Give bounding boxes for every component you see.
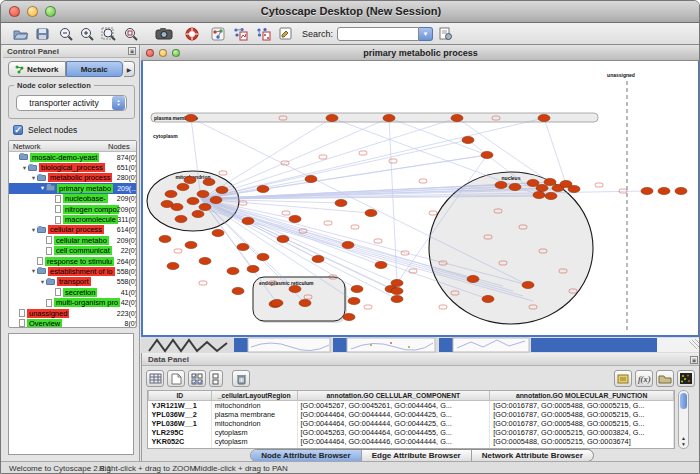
unselect-attributes-icon[interactable] [209,370,223,387]
network-node[interactable] [237,243,249,250]
layout-a-icon[interactable] [233,25,248,43]
search-dropdown-icon[interactable]: ▼ [419,27,433,41]
network-node[interactable] [342,241,354,248]
table-row[interactable]: YPL036W__2plasma membrane[GO:0044464, GO… [149,410,674,419]
vizmapper-icon[interactable] [211,25,225,43]
network-node[interactable] [199,257,211,264]
zoom-in-icon[interactable] [80,25,95,43]
tree-expand-icon[interactable]: ▼ [30,175,37,181]
tabs-overflow-icon[interactable]: ▶ [124,61,135,77]
new-attribute-icon[interactable] [167,370,185,387]
open-session-icon[interactable] [13,25,28,43]
network-node[interactable] [348,297,360,304]
network-node[interactable] [462,136,474,143]
network-node[interactable] [167,262,179,269]
table-column-header[interactable]: ID [149,391,212,400]
table-scrollbar[interactable]: ▲▼ [678,390,689,449]
network-node[interactable] [495,181,507,188]
network-node[interactable] [481,151,493,158]
delete-attribute-icon[interactable] [232,370,250,387]
tree-expand-icon[interactable]: ▼ [39,185,46,191]
network-node[interactable] [257,253,269,260]
network-node[interactable] [391,287,403,294]
tab-edge-attribute-browser[interactable]: Edge Attribute Browser [361,450,471,461]
network-node[interactable] [289,285,301,292]
network-node[interactable] [365,209,377,216]
network-overview-panel[interactable] [8,333,134,455]
network-node[interactable] [203,178,215,185]
network-node[interactable] [299,299,311,306]
network-node[interactable] [197,190,209,197]
tree-row[interactable]: mosaic-demo-yeast874(0) [9,152,136,162]
network-node[interactable] [343,313,355,320]
scrollbar-thumb[interactable] [680,393,687,409]
network-node[interactable] [538,114,550,121]
tree-row[interactable]: ▼primary metabo209(... [9,183,136,193]
network-node[interactable] [312,255,324,262]
network-node[interactable] [305,175,317,182]
network-node[interactable] [536,184,548,191]
table-row[interactable]: YPL036W__1mitochondrion[GO:0044464, GO:0… [149,419,674,428]
matrix-icon[interactable] [677,370,695,387]
node-color-dropdown[interactable]: transporter activity ▲▼ [16,95,127,111]
network-node[interactable] [482,295,494,302]
select-nodes-checkbox[interactable]: ✓ [13,125,23,135]
tree-row[interactable]: cellular metabo209(0) [9,235,136,245]
tree-row[interactable]: ▼metabolic process280(0) [9,173,136,183]
network-node[interactable] [451,114,463,121]
tab-network-attribute-browser[interactable]: Network Attribute Browser [471,450,593,461]
network-node[interactable] [641,187,653,194]
search-input[interactable] [337,27,419,41]
network-node[interactable] [177,183,189,190]
network-node[interactable] [212,229,224,236]
tab-mosaic[interactable]: Mosaic [66,61,124,77]
network-node[interactable] [351,285,363,292]
network-node[interactable] [383,114,395,121]
save-session-icon[interactable] [36,25,49,43]
tree-row[interactable]: ▼establishment of lo558(0) [9,266,136,276]
network-node[interactable] [161,200,173,207]
tree-expand-icon[interactable]: ▼ [21,165,28,171]
tree-row[interactable]: nitrogen compo209(0) [9,204,136,214]
network-node[interactable] [185,241,197,248]
network-node[interactable] [232,287,244,294]
table-row[interactable]: YJR121W__1mitochondrion[GO:0045267, GO:0… [149,400,674,410]
tree-row[interactable]: multi-organism pro42(0) [9,297,136,307]
tree-expand-icon[interactable]: ▼ [30,268,37,274]
tree-row[interactable]: ▼transport558(0) [9,277,136,287]
tree-row[interactable]: unassigned223(0) [9,308,136,318]
data-panel-float-icon[interactable]: ▣ [690,356,698,364]
panel-float-icon[interactable]: ▣ [128,47,136,55]
label-icon[interactable] [614,370,632,387]
table-row[interactable]: YKR052Ccytoplasm[GO:0044464, GO:0044446,… [149,437,674,446]
network-node[interactable] [247,265,259,272]
network-node[interactable] [675,187,687,194]
tree-row[interactable]: ▼biological_process651(0) [9,162,136,172]
table-column-header[interactable]: annotation.GO CELLULAR_COMPONENT [297,391,490,400]
help-icon[interactable] [185,25,199,43]
tree-row[interactable]: nucleobase-209(0) [9,194,136,204]
network-node[interactable] [289,215,301,222]
search-settings-icon[interactable] [279,25,292,43]
network-node[interactable] [335,199,347,206]
network-node[interactable] [277,235,289,242]
network-node[interactable] [227,267,239,274]
tree-row[interactable]: secretion41(0) [9,287,136,297]
layout-b-icon[interactable] [256,25,271,43]
attribute-editor-icon[interactable] [439,25,452,43]
network-node[interactable] [568,185,580,192]
network-node[interactable] [242,217,254,224]
network-node[interactable] [375,261,387,268]
network-node[interactable] [326,114,338,121]
zoom-out-icon[interactable] [59,25,74,43]
snapshot-icon[interactable] [155,25,173,43]
tree-row[interactable]: ▼cellular process614(0) [9,225,136,235]
network-node[interactable] [184,176,196,183]
tab-node-attribute-browser[interactable]: Node Attribute Browser [251,450,361,461]
network-node[interactable] [185,114,197,121]
network-node[interactable] [271,299,283,306]
tree-row[interactable]: macromolecule311(0) [9,214,136,224]
tree-row[interactable]: Overview8(0) [9,318,136,328]
network-canvas[interactable]: plasma membranecytoplasmmitochondrionnuc… [143,61,698,335]
network-node[interactable] [210,196,222,203]
